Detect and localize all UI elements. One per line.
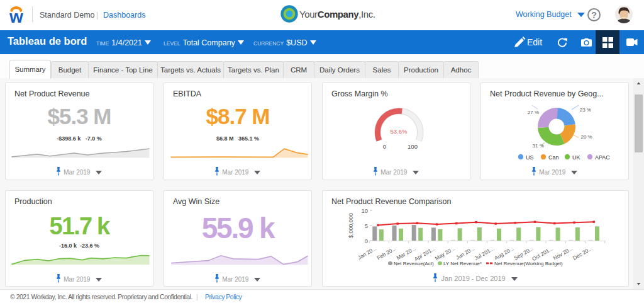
svg-text:0: 0 — [365, 237, 368, 244]
svg-text:APAC: APAC — [595, 154, 610, 161]
svg-text:Sep 20...: Sep 20... — [513, 245, 534, 261]
svg-text:US: US — [526, 154, 534, 161]
svg-text:UK: UK — [572, 154, 580, 161]
svg-text:Mar 20...: Mar 20... — [396, 245, 417, 261]
svg-text:Jun 20...: Jun 20... — [455, 245, 475, 261]
svg-text:100: 100 — [408, 143, 418, 150]
svg-text:27 %: 27 % — [528, 110, 539, 115]
svg-text:Jul 201...: Jul 201... — [474, 245, 496, 261]
svg-text:Edit: Edit — [527, 37, 542, 47]
svg-text:$,000,000: $,000,000 — [348, 213, 354, 238]
svg-text:Apr 201...: Apr 201... — [413, 245, 436, 261]
svg-text:Oct 201...: Oct 201... — [531, 245, 554, 261]
svg-text:53.6%: 53.6% — [391, 128, 408, 135]
svg-text:Nov 20...: Nov 20... — [552, 245, 574, 261]
svg-text:Can: Can — [548, 154, 559, 161]
svg-text:0: 0 — [383, 143, 386, 150]
svg-text:Jan 20...: Jan 20... — [357, 245, 377, 261]
svg-text:23 %: 23 % — [580, 107, 591, 113]
svg-text:10: 10 — [361, 207, 368, 214]
svg-text:5: 5 — [365, 222, 368, 229]
svg-text:w: w — [9, 7, 23, 23]
svg-text:Dec 20...: Dec 20... — [572, 245, 593, 261]
svg-text:May 20...: May 20... — [434, 245, 456, 261]
svg-text:20 %: 20 % — [581, 134, 592, 140]
svg-text:Aug 20...: Aug 20... — [493, 245, 514, 261]
svg-text:31 %: 31 % — [533, 143, 544, 149]
svg-text:YourCompany,Inc.: YourCompany,Inc. — [299, 9, 375, 20]
svg-text:Feb 20...: Feb 20... — [375, 245, 397, 261]
